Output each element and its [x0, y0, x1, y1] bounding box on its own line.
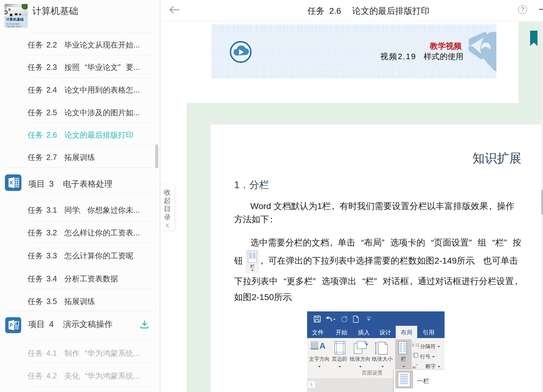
svg-text:A: A — [319, 341, 325, 351]
svg-text:X: X — [10, 180, 13, 186]
svg-text:P: P — [10, 323, 13, 328]
svg-text:bc: bc — [413, 365, 416, 369]
